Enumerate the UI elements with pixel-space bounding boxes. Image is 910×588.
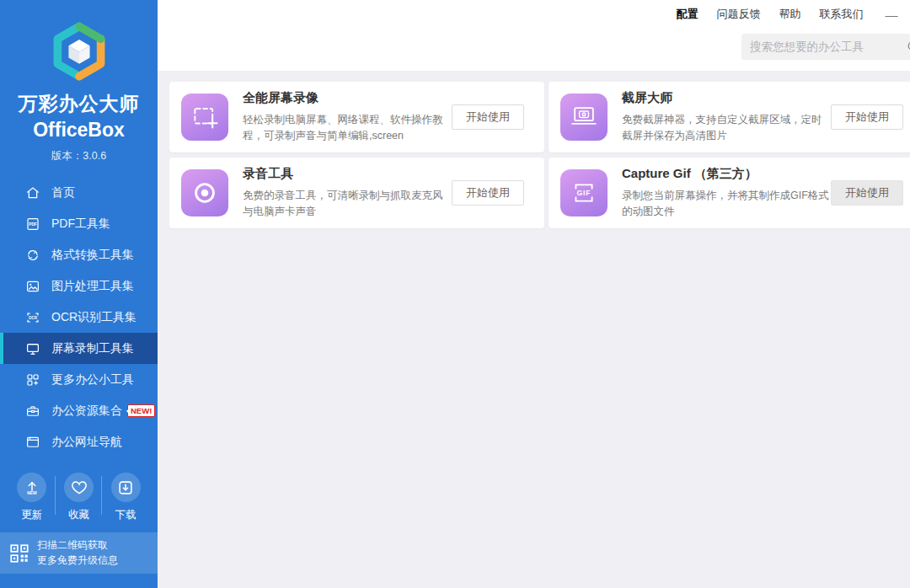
start-use-button[interactable]: 开始使用 bbox=[831, 104, 903, 130]
sidebar-item-label: 更多办公小工具 bbox=[51, 372, 134, 388]
sidebar-nav: 首页 PDF PDF工具集 格式转换工具集 图片处理工具集 bbox=[0, 177, 158, 457]
menu-item-contact[interactable]: 联系我们 bbox=[819, 7, 863, 22]
sidebar-item-label: 屏幕录制工具集 bbox=[51, 341, 134, 356]
officebox-logo-icon bbox=[48, 20, 110, 83]
favorites-button[interactable]: 收藏 bbox=[56, 473, 103, 522]
convert-icon bbox=[24, 247, 40, 263]
tool-card-grid: 全能屏幕录像 轻松录制电脑屏幕、网络课程、软件操作教程，可录制声音与简单编辑,s… bbox=[169, 82, 910, 228]
sidebar: 万彩办公大师 OfficeBox 版本：3.0.6 首页 PDF PDF工具集 bbox=[0, 0, 158, 588]
start-use-button[interactable]: 开始使用 bbox=[452, 180, 524, 206]
sidebar-item-label: 图片处理工具集 bbox=[51, 279, 134, 294]
audio-record-icon bbox=[181, 169, 228, 216]
gif-icon: GIF bbox=[560, 169, 608, 216]
tool-description: 免费的录音工具，可清晰录制与抓取麦克风与电脑声卡声音 bbox=[243, 188, 452, 220]
sidebar-item-label: 办公网址导航 bbox=[51, 435, 122, 450]
sidebar-item-label: PDF工具集 bbox=[51, 216, 110, 232]
content-area: 全能屏幕录像 轻松录制电脑屏幕、网络课程、软件操作教程，可录制声音与简单编辑,s… bbox=[158, 71, 910, 588]
tool-card-capture-gif[interactable]: GIF Capture Gif （第三方） 录制您当前屏幕操作，并将其制作成GI… bbox=[549, 158, 910, 228]
update-icon: NEW bbox=[17, 473, 46, 502]
start-use-button[interactable]: 开始使用 bbox=[831, 180, 903, 206]
screen-record-icon bbox=[24, 340, 40, 356]
tool-title: 截屏大师 bbox=[622, 90, 831, 106]
sidebar-item-more-tools[interactable]: 更多办公小工具 bbox=[0, 364, 158, 395]
sidebar-item-ocr-tools[interactable]: OCR OCR识别工具集 bbox=[0, 302, 158, 333]
menu-item-feedback[interactable]: 问题反馈 bbox=[716, 7, 760, 22]
app-version: 版本：3.0.6 bbox=[0, 149, 158, 163]
search-input[interactable] bbox=[750, 40, 906, 53]
update-button[interactable]: NEW 更新 bbox=[8, 473, 56, 522]
sidebar-item-label: 办公资源集合 bbox=[51, 404, 122, 419]
download-icon bbox=[111, 473, 141, 502]
download-label: 下载 bbox=[115, 508, 136, 522]
pdf-icon: PDF bbox=[24, 216, 40, 232]
topbar-menu: 配置 问题反馈 帮助 联系我们 — × bbox=[657, 7, 910, 22]
ocr-icon: OCR bbox=[24, 309, 40, 325]
app-name-en: OfficeBox bbox=[0, 119, 158, 142]
home-icon bbox=[24, 184, 40, 200]
card-text: 全能屏幕录像 轻松录制电脑屏幕、网络课程、软件操作教程，可录制声音与简单编辑,s… bbox=[243, 90, 452, 144]
sidebar-actions: NEW 更新 收藏 下载 bbox=[0, 473, 158, 522]
minimize-button[interactable]: — bbox=[885, 8, 897, 21]
sidebar-item-label: 首页 bbox=[51, 185, 75, 200]
new-badge: NEW! bbox=[127, 404, 155, 417]
qr-upgrade-banner[interactable]: 扫描二维码获取 更多免费升级信息 bbox=[0, 532, 158, 574]
sidebar-item-label: OCR识别工具集 bbox=[51, 310, 136, 325]
tool-card-audio-recorder[interactable]: 录音工具 免费的录音工具，可清晰录制与抓取麦克风与电脑声卡声音 开始使用 bbox=[169, 158, 544, 228]
qr-text: 扫描二维码获取 更多免费升级信息 bbox=[37, 538, 118, 568]
tool-title: 全能屏幕录像 bbox=[243, 90, 452, 106]
image-icon bbox=[24, 278, 40, 294]
app-name-cn: 万彩办公大师 bbox=[0, 91, 158, 117]
svg-text:PDF: PDF bbox=[29, 222, 37, 226]
officebox-window: 万彩办公大师 OfficeBox 版本：3.0.6 首页 PDF PDF工具集 bbox=[0, 0, 910, 588]
laptop-camera-icon bbox=[560, 94, 608, 141]
sidebar-item-label: 格式转换工具集 bbox=[51, 248, 134, 263]
favorites-label: 收藏 bbox=[68, 508, 89, 522]
tool-description: 免费截屏神器，支持自定义截屏区域，定时截屏并保存为高清图片 bbox=[622, 112, 831, 144]
tool-title: 录音工具 bbox=[243, 166, 452, 182]
menu-item-settings[interactable]: 配置 bbox=[676, 7, 698, 22]
tool-description: 轻松录制电脑屏幕、网络课程、软件操作教程，可录制声音与简单编辑,screen bbox=[243, 112, 452, 144]
start-use-button[interactable]: 开始使用 bbox=[452, 104, 524, 130]
svg-text:OCR: OCR bbox=[29, 315, 38, 319]
svg-text:GIF: GIF bbox=[576, 189, 591, 197]
briefcase-icon bbox=[24, 403, 40, 419]
sidebar-item-web-navigation[interactable]: 办公网址导航 bbox=[0, 426, 158, 457]
sidebar-item-home[interactable]: 首页 bbox=[0, 177, 158, 208]
search-box[interactable] bbox=[741, 34, 910, 60]
browser-icon bbox=[24, 434, 40, 450]
screen-capture-area-icon bbox=[181, 94, 228, 141]
download-button[interactable]: 下载 bbox=[102, 473, 149, 522]
menu-item-help[interactable]: 帮助 bbox=[779, 7, 800, 22]
card-text: 录音工具 免费的录音工具，可清晰录制与抓取麦克风与电脑声卡声音 bbox=[243, 166, 452, 220]
tool-title: Capture Gif （第三方） bbox=[622, 166, 831, 182]
card-text: 截屏大师 免费截屏神器，支持自定义截屏区域，定时截屏并保存为高清图片 bbox=[622, 90, 831, 144]
search-icon[interactable] bbox=[906, 40, 910, 54]
sidebar-item-image-tools[interactable]: 图片处理工具集 bbox=[0, 270, 158, 302]
topbar: 配置 问题反馈 帮助 联系我们 — × bbox=[158, 0, 910, 71]
sidebar-item-office-resources[interactable]: 办公资源集合 NEW! bbox=[0, 395, 158, 426]
sidebar-item-screen-record[interactable]: 屏幕录制工具集 bbox=[0, 333, 158, 364]
tool-description: 录制您当前屏幕操作，并将其制作成GIF格式的动图文件 bbox=[622, 188, 831, 220]
card-text: Capture Gif （第三方） 录制您当前屏幕操作，并将其制作成GIF格式的… bbox=[622, 166, 831, 220]
tool-card-screenshot-master[interactable]: 截屏大师 免费截屏神器，支持自定义截屏区域，定时截屏并保存为高清图片 开始使用 bbox=[549, 82, 910, 152]
more-tools-icon bbox=[24, 372, 40, 388]
update-label: 更新 bbox=[21, 508, 42, 522]
sidebar-item-pdf-tools[interactable]: PDF PDF工具集 bbox=[0, 208, 158, 239]
sidebar-item-format-convert[interactable]: 格式转换工具集 bbox=[0, 239, 158, 270]
main-area: 配置 问题反馈 帮助 联系我们 — × 全能屏幕录像 bbox=[158, 0, 910, 588]
tool-card-screen-recorder[interactable]: 全能屏幕录像 轻松录制电脑屏幕、网络课程、软件操作教程，可录制声音与简单编辑,s… bbox=[169, 82, 544, 152]
brand-block: 万彩办公大师 OfficeBox 版本：3.0.6 bbox=[0, 0, 158, 163]
qr-text-line1: 扫描二维码获取 bbox=[37, 538, 118, 553]
qr-text-line2: 更多免费升级信息 bbox=[37, 553, 118, 568]
svg-text:NEW: NEW bbox=[27, 491, 37, 495]
qr-code-icon bbox=[8, 543, 30, 564]
heart-icon bbox=[64, 473, 94, 502]
